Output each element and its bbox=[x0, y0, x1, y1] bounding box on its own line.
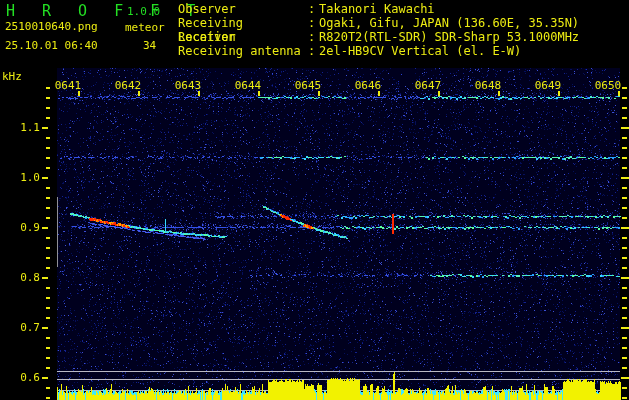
spectrogram-canvas bbox=[0, 0, 629, 400]
time-tick-label: 0647 bbox=[404, 80, 452, 91]
mode-label: meteor bbox=[125, 21, 165, 34]
app-version: 1.0.0 bbox=[127, 5, 160, 18]
freq-tick-label: 1.0 bbox=[0, 171, 40, 184]
station-info: Observer : Takanori Kawachi Receiving Lo… bbox=[178, 2, 579, 58]
info-separator: : bbox=[308, 2, 319, 16]
info-separator: : bbox=[308, 44, 319, 58]
time-tick-label: 0650 bbox=[584, 80, 629, 91]
info-label: Receiving antenna bbox=[178, 44, 308, 58]
info-row-receiver: Receiver : R820T2(RTL-SDR) SDR-Sharp 53.… bbox=[178, 30, 579, 44]
meteor-count: 34 bbox=[143, 39, 156, 52]
info-label: Receiver bbox=[178, 30, 308, 44]
info-value: Ogaki, Gifu, JAPAN (136.60E, 35.35N) bbox=[319, 16, 579, 30]
freq-tick-label: 0.9 bbox=[0, 221, 40, 234]
info-value: Takanori Kawachi bbox=[319, 2, 435, 16]
info-row-antenna: Receiving antenna : 2el-HB9CV Vertical (… bbox=[178, 44, 579, 58]
info-label: Observer bbox=[178, 2, 308, 16]
time-tick-label: 0645 bbox=[284, 80, 332, 91]
info-label: Receiving Location bbox=[178, 16, 308, 30]
freq-tick-label: 0.7 bbox=[0, 321, 40, 334]
output-filename: 2510010640.png bbox=[5, 20, 98, 33]
time-tick-label: 0643 bbox=[164, 80, 212, 91]
hrofft-output: { "header": { "app_title": "H R O F F T"… bbox=[0, 0, 629, 400]
freq-tick-label: 1.1 bbox=[0, 121, 40, 134]
observation-datetime: 25.10.01 06:40 bbox=[5, 39, 98, 52]
app-title: H R O F F T bbox=[6, 2, 204, 20]
freq-tick-label: 0.8 bbox=[0, 271, 40, 284]
time-tick-label: 0646 bbox=[344, 80, 392, 91]
time-tick-label: 0644 bbox=[224, 80, 272, 91]
time-tick-label: 0642 bbox=[104, 80, 152, 91]
time-tick-label: 0641 bbox=[44, 80, 92, 91]
info-value: 2el-HB9CV Vertical (el. E-W) bbox=[319, 44, 521, 58]
info-row-observer: Observer : Takanori Kawachi bbox=[178, 2, 579, 16]
info-row-location: Receiving Location : Ogaki, Gifu, JAPAN … bbox=[178, 16, 579, 30]
info-separator: : bbox=[308, 16, 319, 30]
frequency-axis-unit: kHz bbox=[2, 70, 22, 83]
info-value: R820T2(RTL-SDR) SDR-Sharp 53.1000MHz bbox=[319, 30, 579, 44]
time-tick-label: 0648 bbox=[464, 80, 512, 91]
time-tick-label: 0649 bbox=[524, 80, 572, 91]
info-separator: : bbox=[308, 30, 319, 44]
freq-tick-label: 0.6 bbox=[0, 371, 40, 384]
